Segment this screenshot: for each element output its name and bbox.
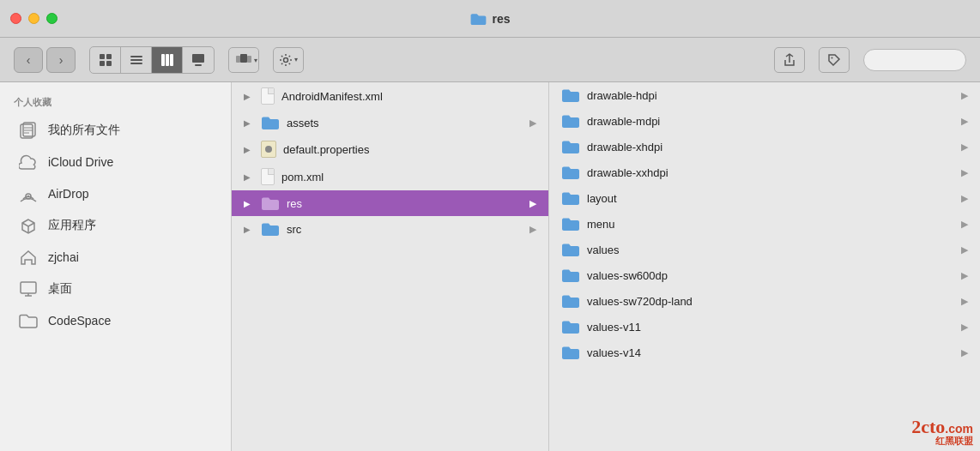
toolbar: ‹ › <box>0 38 980 82</box>
sidebar-item-codespace[interactable]: CodeSpace <box>5 305 226 336</box>
watermark-text: 2cto <box>911 416 945 437</box>
sidebar-item-icloud[interactable]: iCloud Drive <box>5 147 226 177</box>
right-file-column: drawable-hdpi ▶ drawable-mdpi ▶ drawable… <box>549 82 980 451</box>
codespace-folder-icon <box>19 311 38 330</box>
file-item-drawable-xxhdpi[interactable]: drawable-xxhdpi ▶ <box>549 159 980 185</box>
expand-arrow: ▶ <box>244 118 251 128</box>
folder-icon-src <box>261 221 280 237</box>
chevron-right-icon: ▶ <box>961 322 968 333</box>
file-name: values-sw720dp-land <box>587 295 954 308</box>
chevron-right-icon: ▶ <box>961 193 968 204</box>
file-item-values-sw600[interactable]: values-sw600dp ▶ <box>549 262 980 288</box>
chevron-right-icon: ▶ <box>961 219 968 230</box>
svg-rect-0 <box>100 54 105 59</box>
gear-button[interactable]: ▾ <box>273 47 304 73</box>
cover-flow-button[interactable]: ▾ <box>228 47 259 73</box>
file-item-assets[interactable]: ▶ assets ▶ <box>232 110 548 135</box>
svg-rect-3 <box>106 61 112 66</box>
window-title: res <box>469 12 510 26</box>
file-name: default.properties <box>283 143 536 156</box>
sidebar-item-apps[interactable]: 应用程序 <box>5 210 226 241</box>
file-item-defaultprops[interactable]: ▶ default.properties <box>232 135 548 163</box>
file-item-menu[interactable]: menu ▶ <box>549 211 980 237</box>
file-item-androidmanifest[interactable]: ▶ AndroidManifest.xml <box>232 82 548 110</box>
home-icon <box>19 248 38 267</box>
file-item-values-v14[interactable]: values-v14 ▶ <box>549 340 980 365</box>
dropdown-arrow: ▾ <box>254 56 257 63</box>
grid-icon <box>99 53 112 67</box>
coverflow-icon <box>235 53 252 67</box>
watermark-subtext: 红黑联盟 <box>911 435 973 448</box>
desktop-icon <box>19 280 38 298</box>
file-item-src[interactable]: ▶ src ▶ <box>232 216 548 242</box>
svg-rect-13 <box>236 56 240 63</box>
minimize-button[interactable] <box>28 13 39 24</box>
svg-rect-8 <box>166 54 169 66</box>
back-button[interactable]: ‹ <box>14 47 43 73</box>
view-icon-grid[interactable] <box>90 47 121 73</box>
view-columns[interactable] <box>152 47 183 73</box>
file-name: values-v14 <box>587 346 954 359</box>
chevron-right-icon: ▶ <box>529 224 536 235</box>
sidebar: 个人收藏 我的所有文件 iCloud Drive <box>0 82 232 451</box>
folder-icon-assets <box>261 115 280 130</box>
file-item-drawable-hdpi[interactable]: drawable-hdpi ▶ <box>549 82 980 108</box>
xml-file-icon-pom <box>261 168 275 185</box>
file-item-values-sw720[interactable]: values-sw720dp-land ▶ <box>549 288 980 314</box>
props-file-icon <box>261 141 276 158</box>
forward-button[interactable]: › <box>46 47 76 73</box>
sidebar-item-desktop[interactable]: 桌面 <box>5 274 226 304</box>
share-icon <box>783 53 796 67</box>
cloud-icon <box>19 153 38 171</box>
sidebar-item-airdrop[interactable]: AirDrop <box>5 178 226 209</box>
list-icon <box>130 53 143 67</box>
file-item-drawable-mdpi[interactable]: drawable-mdpi ▶ <box>549 108 980 134</box>
close-button[interactable] <box>10 13 21 24</box>
search-input[interactable] <box>863 49 966 71</box>
apps-icon <box>19 216 38 235</box>
folder-icon <box>561 87 580 103</box>
file-item-drawable-xhdpi[interactable]: drawable-xhdpi ▶ <box>549 134 980 159</box>
svg-rect-4 <box>130 56 142 57</box>
left-file-column: ▶ AndroidManifest.xml ▶ assets ▶ ▶ <box>232 82 549 451</box>
airdrop-icon <box>19 184 38 203</box>
chevron-right-icon: ▶ <box>961 141 968 153</box>
tag-button[interactable] <box>819 47 850 73</box>
chevron-right-icon: ▶ <box>961 90 968 101</box>
file-name: assets <box>287 117 523 129</box>
file-item-res[interactable]: ▶ res ▶ <box>232 190 548 216</box>
maximize-button[interactable] <box>46 13 57 24</box>
view-list[interactable] <box>121 47 152 73</box>
view-gallery[interactable] <box>183 47 214 73</box>
file-item-layout[interactable]: layout ▶ <box>549 185 980 211</box>
share-button[interactable] <box>774 47 805 73</box>
folder-icon <box>561 139 580 154</box>
sidebar-label-desktop: 桌面 <box>48 281 72 297</box>
gear-dropdown-arrow: ▾ <box>294 56 298 63</box>
svg-rect-2 <box>100 61 105 66</box>
title-folder-icon <box>469 12 487 26</box>
chevron-right-icon: ▶ <box>529 117 536 129</box>
file-item-values-v11[interactable]: values-v11 ▶ <box>549 314 980 340</box>
svg-rect-9 <box>170 54 173 66</box>
svg-rect-25 <box>21 282 36 293</box>
chevron-right-icon: ▶ <box>529 198 536 209</box>
sidebar-item-all-files[interactable]: 我的所有文件 <box>5 115 226 146</box>
svg-point-23 <box>27 195 29 197</box>
file-item-values[interactable]: values ▶ <box>549 237 980 262</box>
svg-point-15 <box>284 57 288 62</box>
svg-point-16 <box>832 57 833 58</box>
file-name: pom.xml <box>281 171 536 183</box>
svg-rect-6 <box>130 63 142 64</box>
file-item-pomxml[interactable]: ▶ pom.xml <box>232 163 548 190</box>
file-name: AndroidManifest.xml <box>281 90 536 103</box>
sidebar-label-codespace: CodeSpace <box>48 314 111 328</box>
expand-arrow: ▶ <box>244 225 251 234</box>
sidebar-item-home[interactable]: zjchai <box>5 242 226 273</box>
file-browser: ▶ AndroidManifest.xml ▶ assets ▶ ▶ <box>232 82 980 451</box>
main-content: 个人收藏 我的所有文件 iCloud Drive <box>0 82 980 451</box>
folder-icon <box>561 293 580 309</box>
sidebar-label-home: zjchai <box>48 250 79 264</box>
watermark: 2cto.com 红黑联盟 <box>911 416 973 448</box>
files-icon <box>19 121 38 140</box>
